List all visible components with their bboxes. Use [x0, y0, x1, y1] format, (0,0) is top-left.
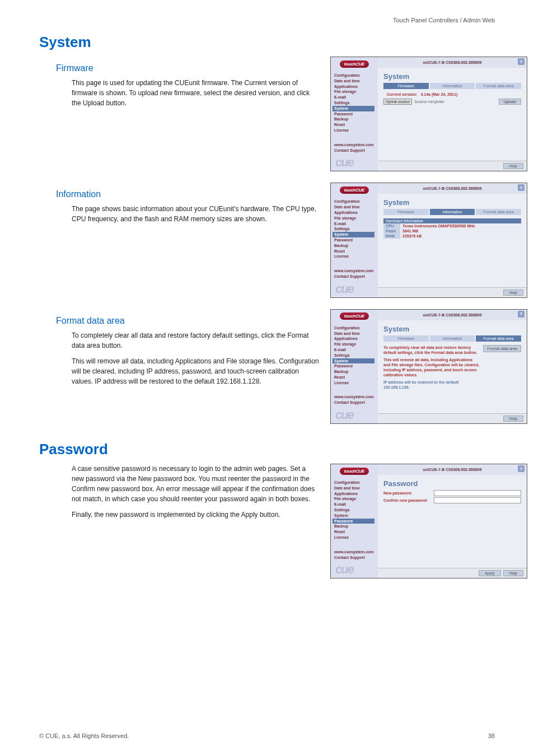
sidebar-item[interactable]: Backup — [334, 369, 374, 375]
sidebar-item[interactable]: System — [334, 513, 374, 519]
panel-heading: System — [383, 72, 521, 81]
cue-watermark: cue — [331, 282, 378, 297]
sidebar-item[interactable]: E-mail — [334, 347, 374, 353]
sidebar-item[interactable]: System — [332, 232, 374, 237]
format-para1: To completely clear all data and restore… — [72, 330, 319, 351]
sidebar-item[interactable]: E-mail — [334, 95, 374, 100]
sidebar-item[interactable]: Applications — [334, 336, 374, 342]
panel-heading: Password — [383, 479, 521, 488]
sidebar-item[interactable]: Settings — [334, 507, 374, 513]
screenshot-password: touchCUE ConfigurationDate and timeAppli… — [330, 464, 527, 578]
help-icon[interactable]: ? — [518, 184, 524, 191]
tab-information[interactable]: Information — [430, 209, 475, 215]
tab-firmware[interactable]: Firmware — [383, 209, 429, 215]
sidebar-item[interactable]: Reset — [334, 249, 374, 254]
tab-firmware[interactable]: Firmware — [383, 83, 429, 89]
device-title: uniCUE-7-B CS0308.002.000009? — [378, 57, 527, 68]
sidebar-item[interactable]: Password — [332, 519, 374, 524]
sidebar-item[interactable]: Settings — [334, 353, 374, 358]
sidebar-item[interactable]: Reset — [334, 375, 374, 380]
sidebar-item[interactable]: License — [334, 535, 374, 540]
password-para2: Finally, the new password is implemented… — [72, 510, 319, 520]
table-row: CPUTexas Instruments OMAP3530/500 MHz — [383, 223, 521, 228]
apply-button[interactable]: Apply — [479, 570, 501, 576]
sidebar-item[interactable]: Backup — [334, 243, 374, 249]
help-button[interactable]: Help — [503, 570, 523, 576]
sidebar-item[interactable]: Password — [334, 363, 374, 369]
sidebar-item[interactable]: Applications — [334, 210, 374, 216]
sidebar-item[interactable]: Reset — [334, 529, 374, 535]
hw-value: 3841 MB — [400, 228, 521, 234]
sidebar-item[interactable]: Backup — [334, 116, 374, 122]
choose-file-button[interactable]: Vybrat soubor — [383, 99, 412, 105]
hw-key: RAW — [383, 234, 400, 239]
sidebar-item[interactable]: File storage — [334, 216, 374, 221]
sidebar-item[interactable]: System — [332, 358, 374, 364]
sidebar-item[interactable]: License — [334, 380, 374, 386]
sidebar-item[interactable]: Date and time — [334, 331, 374, 337]
sidebar-link[interactable]: Contact Support — [334, 400, 374, 405]
sidebar-item[interactable]: Configuration — [334, 325, 374, 331]
confirm-password-label: Confirm new password: — [383, 498, 434, 502]
sidebar-item[interactable]: Configuration — [334, 73, 374, 78]
sidebar-item[interactable]: System — [332, 106, 374, 111]
header-breadcrumb: Touch Panel Controllers / Admin Web — [393, 17, 495, 24]
touchcue-logo: touchCUE — [340, 312, 369, 320]
sidebar-link[interactable]: www.cuesystem.com — [334, 549, 374, 555]
system-heading: System — [39, 34, 495, 51]
sidebar-link[interactable]: Contact Support — [334, 274, 374, 279]
password-heading: Password — [39, 441, 495, 458]
sidebar-item[interactable]: Password — [334, 111, 374, 117]
password-para1: A case sensitive password is necessary t… — [72, 464, 319, 504]
new-password-label: New password: — [383, 491, 434, 495]
confirm-password-input[interactable] — [434, 497, 521, 503]
upload-button[interactable]: Upload — [499, 99, 521, 105]
sidebar-item[interactable]: Configuration — [334, 199, 374, 204]
help-button[interactable]: Help — [503, 416, 523, 422]
sidebar-item[interactable]: License — [334, 254, 374, 259]
tab-format[interactable]: Format data area — [476, 209, 521, 215]
sidebar-item[interactable]: File storage — [334, 342, 374, 347]
cue-watermark: cue — [331, 408, 378, 423]
sidebar-item[interactable]: Reset — [334, 122, 374, 128]
tab-information[interactable]: Information — [430, 83, 475, 89]
current-version-value: 4.14a (Mar 24, 2011) — [420, 92, 457, 96]
sidebar-item[interactable]: Applications — [334, 84, 374, 90]
format-data-button[interactable]: Format data area — [483, 345, 521, 352]
hw-key: Flash — [383, 228, 400, 234]
help-icon[interactable]: ? — [518, 311, 524, 318]
panel-heading: System — [383, 198, 521, 207]
page-number: 38 — [488, 732, 495, 739]
sidebar-item[interactable]: File storage — [334, 496, 374, 502]
format-msg3: IP address will be restored to the defau… — [383, 380, 480, 390]
tab-information[interactable]: Information — [430, 335, 475, 342]
sidebar-item[interactable]: Password — [334, 237, 374, 243]
sidebar-link[interactable]: www.cuesystem.com — [334, 394, 374, 400]
sidebar-item[interactable]: Settings — [334, 226, 374, 232]
sidebar-link[interactable]: Contact Support — [334, 555, 374, 561]
new-password-input[interactable] — [434, 490, 521, 496]
sidebar-item[interactable]: E-mail — [334, 502, 374, 507]
cue-watermark: cue — [331, 562, 378, 578]
sidebar-item[interactable]: Applications — [334, 491, 374, 497]
tab-firmware[interactable]: Firmware — [383, 335, 429, 342]
help-button[interactable]: Help — [503, 163, 523, 169]
tab-format[interactable]: Format data area — [476, 83, 521, 89]
sidebar-item[interactable]: E-mail — [334, 221, 374, 227]
tab-format[interactable]: Format data area — [476, 335, 521, 342]
sidebar-link[interactable]: www.cuesystem.com — [334, 142, 374, 148]
sidebar-item[interactable]: Date and time — [334, 486, 374, 491]
sidebar-item[interactable]: Settings — [334, 100, 374, 106]
sidebar-item[interactable]: Date and time — [334, 78, 374, 84]
sidebar-item[interactable]: Configuration — [334, 480, 374, 486]
help-button[interactable]: Help — [503, 290, 523, 296]
help-icon[interactable]: ? — [518, 58, 524, 65]
sidebar-item[interactable]: License — [334, 128, 374, 133]
sidebar-link[interactable]: www.cuesystem.com — [334, 268, 374, 274]
sidebar-nav: ConfigurationDate and timeApplicationsFi… — [331, 71, 378, 136]
sidebar-item[interactable]: Date and time — [334, 204, 374, 210]
sidebar-link[interactable]: Contact Support — [334, 148, 374, 153]
sidebar-item[interactable]: File storage — [334, 89, 374, 95]
sidebar-item[interactable]: Backup — [334, 524, 374, 529]
help-icon[interactable]: ? — [518, 465, 524, 472]
